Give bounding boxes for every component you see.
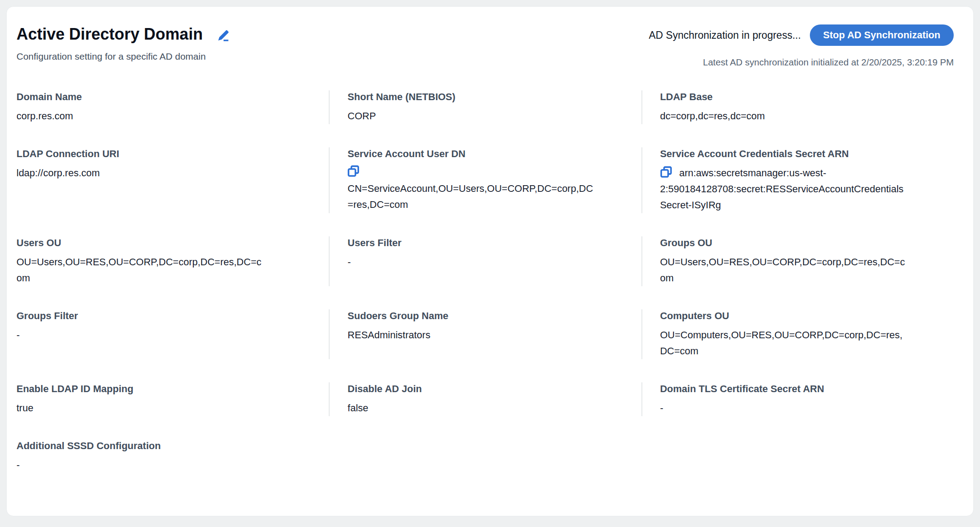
field-sudoers-group-name: Sudoers Group Name RESAdministrators <box>329 309 641 359</box>
field-row-6: Additional SSSD Configuration - <box>16 439 954 473</box>
field-row-3: Users OU OU=Users,OU=RES,OU=CORP,DC=corp… <box>16 236 954 286</box>
field-value: arn:aws:secretsmanager:us-west-2:5901841… <box>660 165 910 213</box>
field-value: OU=Users,OU=RES,OU=CORP,DC=corp,DC=res,D… <box>16 254 266 286</box>
field-value: false <box>347 400 597 416</box>
field-row-4: Groups Filter - Sudoers Group Name RESAd… <box>16 309 954 359</box>
field-groups-filter: Groups Filter - <box>16 309 329 359</box>
ad-domain-config-card: Active Directory Domain Configuration se… <box>6 6 974 516</box>
field-grid: Domain Name corp.res.com Short Name (NET… <box>16 90 954 473</box>
copy-icon[interactable] <box>347 165 359 177</box>
field-value-text: arn:aws:secretsmanager:us-west-2:5901841… <box>660 167 904 211</box>
field-label: Domain TLS Certificate Secret ARN <box>660 382 940 396</box>
field-label: Computers OU <box>660 309 940 323</box>
copy-icon[interactable] <box>660 166 672 178</box>
field-service-account-credentials-secret-arn: Service Account Credentials Secret ARN a… <box>641 147 954 213</box>
field-label: Sudoers Group Name <box>347 309 628 323</box>
field-ldap-base: LDAP Base dc=corp,dc=res,dc=com <box>641 90 954 124</box>
field-label: Additional SSSD Configuration <box>16 439 315 453</box>
field-label: Users Filter <box>347 236 628 250</box>
field-label: Short Name (NETBIOS) <box>347 90 628 104</box>
field-users-ou: Users OU OU=Users,OU=RES,OU=CORP,DC=corp… <box>16 236 329 286</box>
field-value: corp.res.com <box>16 108 266 124</box>
field-value: dc=corp,dc=res,dc=com <box>660 108 910 124</box>
field-row-2: LDAP Connection URI ldap://corp.res.com … <box>16 147 954 213</box>
pencil-icon <box>216 28 231 43</box>
last-sync-note: Latest AD synchronization initialized at… <box>703 57 954 68</box>
field-ldap-connection-uri: LDAP Connection URI ldap://corp.res.com <box>16 147 329 213</box>
field-label: LDAP Base <box>660 90 940 104</box>
field-value: true <box>16 400 266 416</box>
field-value: CN=ServiceAccount,OU=Users,OU=CORP,DC=co… <box>347 181 597 213</box>
stop-ad-sync-button[interactable]: Stop AD Synchronization <box>810 24 954 46</box>
field-service-account-user-dn: Service Account User DN CN=ServiceAccoun… <box>329 147 641 213</box>
field-domain-tls-certificate-secret-arn: Domain TLS Certificate Secret ARN - <box>641 382 954 416</box>
field-value: - <box>16 327 266 343</box>
field-label: Disable AD Join <box>347 382 628 396</box>
field-short-name-netbios: Short Name (NETBIOS) CORP <box>329 90 641 124</box>
field-groups-ou: Groups OU OU=Users,OU=RES,OU=CORP,DC=cor… <box>641 236 954 286</box>
field-value: RESAdministrators <box>347 327 597 343</box>
field-value: - <box>16 457 266 473</box>
field-enable-ldap-id-mapping: Enable LDAP ID Mapping true <box>16 382 329 416</box>
field-label: Service Account User DN <box>347 147 628 161</box>
field-label: LDAP Connection URI <box>16 147 315 161</box>
card-header: Active Directory Domain Configuration se… <box>16 24 954 68</box>
field-value: CORP <box>347 108 597 124</box>
field-value: - <box>660 400 910 416</box>
field-domain-name: Domain Name corp.res.com <box>16 90 329 124</box>
sync-status-text: AD Synchronization in progress... <box>649 28 800 42</box>
edit-button[interactable] <box>215 28 231 44</box>
field-additional-sssd-configuration: Additional SSSD Configuration - <box>16 439 329 473</box>
field-label: Groups OU <box>660 236 940 250</box>
field-row-1: Domain Name corp.res.com Short Name (NET… <box>16 90 954 124</box>
field-value: - <box>347 254 597 270</box>
field-label: Enable LDAP ID Mapping <box>16 382 315 396</box>
field-label: Users OU <box>16 236 315 250</box>
field-label: Service Account Credentials Secret ARN <box>660 147 940 161</box>
field-label: Groups Filter <box>16 309 315 323</box>
field-value: ldap://corp.res.com <box>16 165 266 181</box>
field-value: OU=Users,OU=RES,OU=CORP,DC=corp,DC=res,D… <box>660 254 910 286</box>
field-disable-ad-join: Disable AD Join false <box>329 382 641 416</box>
field-computers-ou: Computers OU OU=Computers,OU=RES,OU=CORP… <box>641 309 954 359</box>
field-row-5: Enable LDAP ID Mapping true Disable AD J… <box>16 382 954 416</box>
page-subtitle: Configuration setting for a specific AD … <box>16 50 231 63</box>
page-title: Active Directory Domain <box>16 24 203 44</box>
field-value: OU=Computers,OU=RES,OU=CORP,DC=corp,DC=r… <box>660 327 910 359</box>
field-label: Domain Name <box>16 90 315 104</box>
field-users-filter: Users Filter - <box>329 236 641 286</box>
